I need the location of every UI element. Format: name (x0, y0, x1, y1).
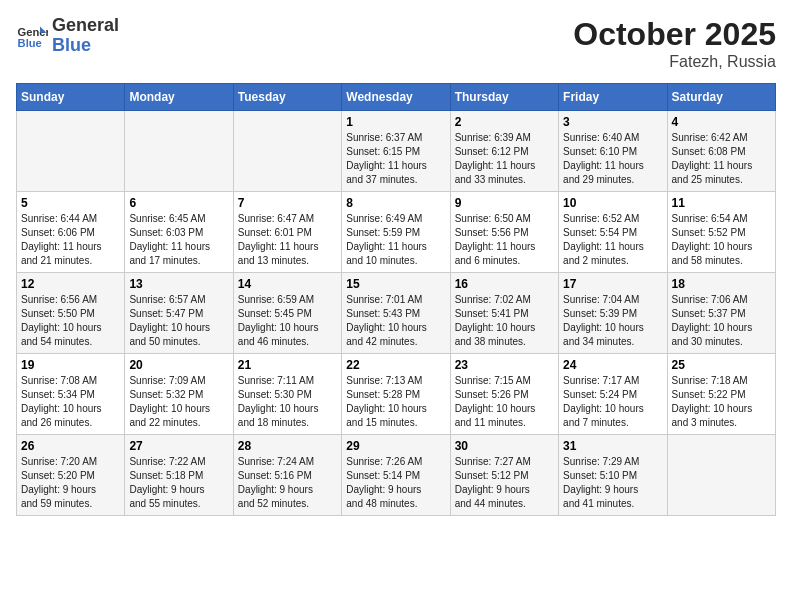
day-cell: 30Sunrise: 7:27 AM Sunset: 5:12 PM Dayli… (450, 435, 558, 516)
header-cell-saturday: Saturday (667, 84, 775, 111)
logo-line1: General (52, 16, 119, 36)
day-number: 4 (672, 115, 771, 129)
day-number: 13 (129, 277, 228, 291)
day-content: Sunrise: 6:50 AM Sunset: 5:56 PM Dayligh… (455, 212, 554, 268)
day-cell: 26Sunrise: 7:20 AM Sunset: 5:20 PM Dayli… (17, 435, 125, 516)
day-cell: 6Sunrise: 6:45 AM Sunset: 6:03 PM Daylig… (125, 192, 233, 273)
day-content: Sunrise: 7:22 AM Sunset: 5:18 PM Dayligh… (129, 455, 228, 511)
day-content: Sunrise: 7:02 AM Sunset: 5:41 PM Dayligh… (455, 293, 554, 349)
day-cell: 9Sunrise: 6:50 AM Sunset: 5:56 PM Daylig… (450, 192, 558, 273)
day-number: 10 (563, 196, 662, 210)
day-cell: 16Sunrise: 7:02 AM Sunset: 5:41 PM Dayli… (450, 273, 558, 354)
day-cell: 8Sunrise: 6:49 AM Sunset: 5:59 PM Daylig… (342, 192, 450, 273)
day-content: Sunrise: 7:08 AM Sunset: 5:34 PM Dayligh… (21, 374, 120, 430)
location-subtitle: Fatezh, Russia (573, 53, 776, 71)
day-content: Sunrise: 6:59 AM Sunset: 5:45 PM Dayligh… (238, 293, 337, 349)
day-number: 17 (563, 277, 662, 291)
day-cell: 28Sunrise: 7:24 AM Sunset: 5:16 PM Dayli… (233, 435, 341, 516)
day-content: Sunrise: 6:52 AM Sunset: 5:54 PM Dayligh… (563, 212, 662, 268)
day-cell: 4Sunrise: 6:42 AM Sunset: 6:08 PM Daylig… (667, 111, 775, 192)
day-number: 28 (238, 439, 337, 453)
day-content: Sunrise: 7:20 AM Sunset: 5:20 PM Dayligh… (21, 455, 120, 511)
month-title: October 2025 (573, 16, 776, 53)
day-content: Sunrise: 7:26 AM Sunset: 5:14 PM Dayligh… (346, 455, 445, 511)
day-number: 20 (129, 358, 228, 372)
day-number: 8 (346, 196, 445, 210)
day-number: 27 (129, 439, 228, 453)
day-content: Sunrise: 7:15 AM Sunset: 5:26 PM Dayligh… (455, 374, 554, 430)
day-content: Sunrise: 6:54 AM Sunset: 5:52 PM Dayligh… (672, 212, 771, 268)
week-row-3: 12Sunrise: 6:56 AM Sunset: 5:50 PM Dayli… (17, 273, 776, 354)
day-cell: 22Sunrise: 7:13 AM Sunset: 5:28 PM Dayli… (342, 354, 450, 435)
day-cell: 15Sunrise: 7:01 AM Sunset: 5:43 PM Dayli… (342, 273, 450, 354)
header-cell-thursday: Thursday (450, 84, 558, 111)
header-cell-sunday: Sunday (17, 84, 125, 111)
header-row: SundayMondayTuesdayWednesdayThursdayFrid… (17, 84, 776, 111)
day-content: Sunrise: 7:04 AM Sunset: 5:39 PM Dayligh… (563, 293, 662, 349)
day-cell: 29Sunrise: 7:26 AM Sunset: 5:14 PM Dayli… (342, 435, 450, 516)
day-cell: 12Sunrise: 6:56 AM Sunset: 5:50 PM Dayli… (17, 273, 125, 354)
title-block: October 2025 Fatezh, Russia (573, 16, 776, 71)
day-number: 24 (563, 358, 662, 372)
day-number: 7 (238, 196, 337, 210)
day-content: Sunrise: 6:56 AM Sunset: 5:50 PM Dayligh… (21, 293, 120, 349)
day-content: Sunrise: 7:18 AM Sunset: 5:22 PM Dayligh… (672, 374, 771, 430)
week-row-2: 5Sunrise: 6:44 AM Sunset: 6:06 PM Daylig… (17, 192, 776, 273)
day-cell: 2Sunrise: 6:39 AM Sunset: 6:12 PM Daylig… (450, 111, 558, 192)
day-content: Sunrise: 7:24 AM Sunset: 5:16 PM Dayligh… (238, 455, 337, 511)
day-content: Sunrise: 6:37 AM Sunset: 6:15 PM Dayligh… (346, 131, 445, 187)
week-row-5: 26Sunrise: 7:20 AM Sunset: 5:20 PM Dayli… (17, 435, 776, 516)
day-content: Sunrise: 6:42 AM Sunset: 6:08 PM Dayligh… (672, 131, 771, 187)
day-content: Sunrise: 7:13 AM Sunset: 5:28 PM Dayligh… (346, 374, 445, 430)
day-cell: 10Sunrise: 6:52 AM Sunset: 5:54 PM Dayli… (559, 192, 667, 273)
logo: General Blue General Blue (16, 16, 119, 56)
day-content: Sunrise: 6:49 AM Sunset: 5:59 PM Dayligh… (346, 212, 445, 268)
day-cell: 31Sunrise: 7:29 AM Sunset: 5:10 PM Dayli… (559, 435, 667, 516)
page-header: General Blue General Blue October 2025 F… (16, 16, 776, 71)
day-cell: 21Sunrise: 7:11 AM Sunset: 5:30 PM Dayli… (233, 354, 341, 435)
day-number: 12 (21, 277, 120, 291)
day-cell: 25Sunrise: 7:18 AM Sunset: 5:22 PM Dayli… (667, 354, 775, 435)
day-number: 11 (672, 196, 771, 210)
day-cell: 7Sunrise: 6:47 AM Sunset: 6:01 PM Daylig… (233, 192, 341, 273)
day-cell: 18Sunrise: 7:06 AM Sunset: 5:37 PM Dayli… (667, 273, 775, 354)
day-number: 9 (455, 196, 554, 210)
logo-icon: General Blue (16, 20, 48, 52)
day-content: Sunrise: 6:40 AM Sunset: 6:10 PM Dayligh… (563, 131, 662, 187)
day-content: Sunrise: 7:11 AM Sunset: 5:30 PM Dayligh… (238, 374, 337, 430)
day-cell: 27Sunrise: 7:22 AM Sunset: 5:18 PM Dayli… (125, 435, 233, 516)
day-cell: 14Sunrise: 6:59 AM Sunset: 5:45 PM Dayli… (233, 273, 341, 354)
day-number: 30 (455, 439, 554, 453)
day-number: 23 (455, 358, 554, 372)
header-cell-monday: Monday (125, 84, 233, 111)
day-cell: 23Sunrise: 7:15 AM Sunset: 5:26 PM Dayli… (450, 354, 558, 435)
day-cell: 5Sunrise: 6:44 AM Sunset: 6:06 PM Daylig… (17, 192, 125, 273)
day-number: 3 (563, 115, 662, 129)
day-content: Sunrise: 7:09 AM Sunset: 5:32 PM Dayligh… (129, 374, 228, 430)
day-cell (667, 435, 775, 516)
day-cell (233, 111, 341, 192)
day-number: 14 (238, 277, 337, 291)
day-cell (125, 111, 233, 192)
header-cell-friday: Friday (559, 84, 667, 111)
day-cell: 17Sunrise: 7:04 AM Sunset: 5:39 PM Dayli… (559, 273, 667, 354)
logo-text: General Blue (52, 16, 119, 56)
header-cell-tuesday: Tuesday (233, 84, 341, 111)
header-cell-wednesday: Wednesday (342, 84, 450, 111)
day-cell: 1Sunrise: 6:37 AM Sunset: 6:15 PM Daylig… (342, 111, 450, 192)
week-row-4: 19Sunrise: 7:08 AM Sunset: 5:34 PM Dayli… (17, 354, 776, 435)
week-row-1: 1Sunrise: 6:37 AM Sunset: 6:15 PM Daylig… (17, 111, 776, 192)
day-content: Sunrise: 7:29 AM Sunset: 5:10 PM Dayligh… (563, 455, 662, 511)
day-content: Sunrise: 7:06 AM Sunset: 5:37 PM Dayligh… (672, 293, 771, 349)
day-number: 2 (455, 115, 554, 129)
day-cell: 19Sunrise: 7:08 AM Sunset: 5:34 PM Dayli… (17, 354, 125, 435)
day-content: Sunrise: 7:01 AM Sunset: 5:43 PM Dayligh… (346, 293, 445, 349)
day-content: Sunrise: 6:39 AM Sunset: 6:12 PM Dayligh… (455, 131, 554, 187)
day-cell: 3Sunrise: 6:40 AM Sunset: 6:10 PM Daylig… (559, 111, 667, 192)
svg-text:Blue: Blue (18, 37, 42, 49)
day-cell (17, 111, 125, 192)
day-number: 16 (455, 277, 554, 291)
day-content: Sunrise: 7:27 AM Sunset: 5:12 PM Dayligh… (455, 455, 554, 511)
day-cell: 13Sunrise: 6:57 AM Sunset: 5:47 PM Dayli… (125, 273, 233, 354)
day-number: 22 (346, 358, 445, 372)
